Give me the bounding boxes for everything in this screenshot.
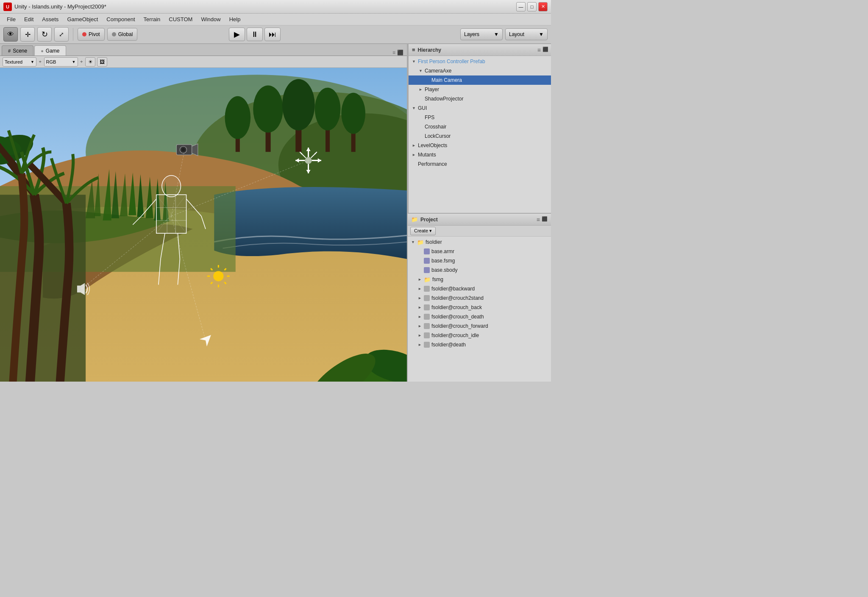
proj-label-fsoldier_death: fsoldier@death (431, 342, 466, 348)
project-menu-icon[interactable]: ≡ (537, 216, 540, 223)
hierarchy-item-performance[interactable]: Performance (409, 159, 551, 169)
hier-arrow-fpcp[interactable] (412, 59, 418, 64)
menu-item-custom[interactable]: CUSTOM (165, 15, 196, 24)
menu-item-window[interactable]: Window (198, 15, 224, 24)
proj-arrow-fsoldier_cidle[interactable] (418, 333, 424, 338)
menu-item-terrain[interactable]: Terrain (140, 15, 164, 24)
hierarchy-content[interactable]: First Person Controller PrefabCameraAxeM… (409, 56, 551, 213)
project-item-base_sbody[interactable]: base.sbody (408, 265, 551, 275)
hierarchy-item-cameraaxe[interactable]: CameraAxe (409, 66, 551, 75)
proj-label-fsoldier: fsoldier (426, 239, 442, 245)
hierarchy-item-gui[interactable]: GUI (409, 103, 551, 113)
maximize-button[interactable]: □ (527, 2, 537, 11)
hierarchy-grid-icon: ≡ (412, 47, 415, 53)
hierarchy-item-lockcursor[interactable]: LockCursor (409, 131, 551, 141)
file-icon-base_armr (424, 248, 430, 254)
project-item-base_armr[interactable]: base.armr (408, 247, 551, 256)
hier-label-fpcp: First Person Controller Prefab (418, 59, 485, 64)
hierarchy-item-mutants[interactable]: Mutants (409, 150, 551, 159)
minimize-button[interactable]: — (516, 2, 526, 11)
pivot-label: Pivot (89, 31, 100, 37)
hier-arrow-player[interactable] (419, 87, 425, 92)
project-item-fsoldier_cidle[interactable]: fsoldier@crouch_idle (408, 331, 551, 340)
image-effects-button[interactable]: 🖼 (97, 57, 107, 67)
brightness-button[interactable]: ☀ (85, 57, 95, 67)
project-item-fsoldier_cback[interactable]: fsoldier@crouch_back (408, 303, 551, 312)
proj-arrow-fsoldier_c2s[interactable] (418, 296, 424, 300)
proj-arrow-fsoldier[interactable] (411, 240, 417, 244)
play-controls: ▶ ⏸ ⏭ (229, 28, 281, 41)
hierarchy-item-player[interactable]: Player (409, 85, 551, 94)
folder-icon-fsoldier: 📁 (417, 239, 424, 245)
proj-label-fsoldier_cdeath: fsoldier@crouch_death (431, 314, 484, 320)
hierarchy-menu-icon[interactable]: ≡ (537, 47, 541, 53)
hier-label-player: Player (425, 86, 439, 92)
proj-label-fsoldier_c2s: fsoldier@crouch2stand (431, 295, 484, 301)
project-tree[interactable]: 📁fsoldierbase.armrbase.fsmgbase.sbody📁fs… (408, 237, 551, 382)
hier-arrow-gui[interactable] (412, 106, 418, 110)
project-item-base_fsmg[interactable]: base.fsmg (408, 256, 551, 265)
scene-viewport[interactable] (0, 68, 407, 382)
layers-dropdown[interactable]: Layers ▼ (460, 28, 503, 40)
tab-scene[interactable]: # Scene (2, 45, 33, 56)
hierarchy-item-shadowproj[interactable]: ShadowProjector (409, 94, 551, 103)
hierarchy-expand-icon[interactable]: ⬛ (542, 47, 548, 53)
proj-arrow-fsoldier_cdeath[interactable] (418, 315, 424, 319)
menu-item-assets[interactable]: Assets (39, 15, 62, 24)
project-item-fsoldier_cfwd[interactable]: fsoldier@crouch_forward (408, 321, 551, 331)
menu-item-file[interactable]: File (3, 15, 19, 24)
proj-arrow-fsoldier_cback[interactable] (418, 305, 424, 310)
layout-dropdown[interactable]: Layout ▼ (505, 28, 548, 40)
project-item-fsoldier_cdeath[interactable]: fsoldier@crouch_death (408, 312, 551, 321)
hier-arrow-cameraaxe[interactable] (419, 69, 425, 73)
step-button[interactable]: ⏭ (264, 28, 281, 41)
eye-tool-button[interactable]: 👁 (3, 27, 18, 42)
scale-tool-button[interactable]: ⤢ (54, 27, 69, 42)
hierarchy-item-fps[interactable]: FPS (409, 113, 551, 122)
hier-arrow-mutants[interactable] (412, 153, 418, 157)
title-bar-left: U Unity - Islands.unity - MyProject2009* (3, 3, 106, 11)
proj-arrow-fsoldier_backward[interactable] (418, 287, 424, 291)
menu-item-gameobject[interactable]: GameObject (64, 15, 101, 24)
project-item-fsoldier_backward[interactable]: fsoldier@backward (408, 284, 551, 293)
pivot-button[interactable]: Pivot (78, 28, 105, 41)
channel-dropdown[interactable]: RGB ▼ (44, 57, 78, 67)
tab-game[interactable]: ● Game (34, 45, 66, 56)
project-item-fsoldier[interactable]: 📁fsoldier (408, 237, 551, 247)
scene-tab-label: Scene (13, 48, 27, 54)
svg-point-19 (162, 176, 181, 197)
scene-panel-maximize-icon[interactable]: ⬛ (397, 50, 403, 56)
menu-item-edit[interactable]: Edit (21, 15, 37, 24)
anim-icon-fsoldier_cback (424, 304, 430, 310)
proj-arrow-fsoldier_cfwd[interactable] (418, 324, 424, 328)
close-button[interactable]: ✕ (538, 2, 548, 11)
proj-arrow-fsoldier_death[interactable] (418, 343, 424, 347)
file-icon-base_fsmg (424, 258, 430, 264)
project-item-fsmg[interactable]: 📁fsmg (408, 275, 551, 284)
project-expand-icon[interactable]: ⬛ (542, 216, 548, 223)
hierarchy-item-maincam[interactable]: Main Camera (409, 75, 551, 85)
play-button[interactable]: ▶ (229, 28, 245, 41)
global-button[interactable]: Global (107, 28, 138, 41)
brightness-icon: ☀ (88, 59, 93, 65)
create-button[interactable]: Create ▾ (410, 227, 436, 235)
window-title: Unity - Islands.unity - MyProject2009* (14, 3, 106, 10)
render-mode-arrow: ▼ (31, 60, 34, 64)
menu-item-component[interactable]: Component (103, 15, 138, 24)
project-item-fsoldier_death[interactable]: fsoldier@death (408, 340, 551, 349)
proj-arrow-fsmg[interactable] (418, 277, 424, 282)
hierarchy-item-crosshair[interactable]: Crosshair (409, 122, 551, 131)
project-item-fsoldier_c2s[interactable]: fsoldier@crouch2stand (408, 293, 551, 303)
menu-item-help[interactable]: Help (226, 15, 244, 24)
scene-panel: # Scene ● Game ≡ ⬛ Textured ▼ ÷ RGB ▼ (0, 44, 407, 382)
title-controls: — □ ✕ (516, 2, 548, 11)
hierarchy-item-levelobjects[interactable]: LevelObjects (409, 141, 551, 150)
hierarchy-item-fpcp[interactable]: First Person Controller Prefab (409, 57, 551, 66)
render-mode-dropdown[interactable]: Textured ▼ (3, 57, 36, 67)
pause-button[interactable]: ⏸ (247, 28, 263, 41)
hier-label-crosshair: Crosshair (425, 124, 446, 130)
rotate-tool-button[interactable]: ↻ (37, 27, 52, 42)
hier-arrow-levelobjects[interactable] (412, 143, 418, 148)
scene-panel-menu-icon[interactable]: ≡ (392, 50, 395, 56)
move-tool-button[interactable]: ✛ (20, 27, 35, 42)
